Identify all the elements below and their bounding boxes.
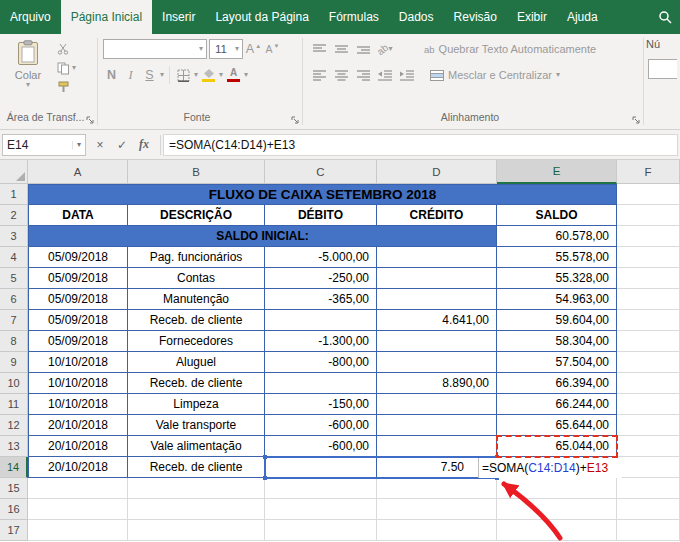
cell[interactable]	[265, 478, 377, 499]
cell-desc[interactable]: Limpeza	[128, 394, 265, 415]
decrease-font-size-button[interactable]: A▼	[264, 39, 281, 59]
cell-desc[interactable]: Pag. funcionários	[128, 247, 265, 268]
column-header-e-selected[interactable]: E	[497, 160, 617, 184]
name-box-dropdown-icon[interactable]: ▾	[72, 141, 81, 149]
align-right-button[interactable]	[352, 65, 374, 85]
cell-date[interactable]: 05/09/2018	[28, 310, 128, 331]
cell[interactable]	[497, 499, 617, 520]
cell[interactable]	[617, 331, 680, 352]
tab-revisao[interactable]: Revisão	[444, 0, 507, 34]
paste-button[interactable]: Colar ▾	[5, 38, 51, 108]
cell[interactable]	[377, 520, 497, 541]
cell[interactable]	[617, 268, 680, 289]
cell[interactable]	[497, 478, 617, 499]
cell-debit[interactable]	[265, 373, 377, 394]
cell[interactable]	[617, 310, 680, 331]
merge-center-button[interactable]: Mesclar e Centralizar ▾	[430, 69, 560, 81]
cell-credit[interactable]	[377, 289, 497, 310]
row-header-14-selected[interactable]: 14	[0, 457, 28, 478]
select-all-button[interactable]	[0, 160, 28, 184]
cell[interactable]	[617, 247, 680, 268]
cell[interactable]	[617, 205, 680, 226]
copy-button[interactable]: ▾	[57, 60, 76, 76]
copy-dropdown-icon[interactable]: ▾	[72, 64, 76, 72]
increase-indent-button[interactable]	[396, 65, 418, 85]
cut-button[interactable]	[57, 41, 76, 57]
cell[interactable]	[617, 394, 680, 415]
row-header-2[interactable]: 2	[0, 205, 28, 226]
cell-debit[interactable]: -150,00	[265, 394, 377, 415]
cell-desc[interactable]: Vale transporte	[128, 415, 265, 436]
cell-credit[interactable]	[377, 394, 497, 415]
cancel-entry-button[interactable]: ×	[90, 135, 110, 155]
cell[interactable]	[617, 520, 680, 541]
cell[interactable]	[265, 499, 377, 520]
row-header-15[interactable]: 15	[0, 478, 28, 499]
cell[interactable]	[28, 499, 128, 520]
underline-dropdown-icon[interactable]: ▾	[160, 71, 164, 79]
fill-color-button[interactable]	[200, 65, 217, 85]
cell-saldo-e13[interactable]: 65.044,00	[497, 436, 617, 457]
fill-color-dropdown-icon[interactable]: ▾	[219, 71, 223, 79]
row-header-10[interactable]: 10	[0, 373, 28, 394]
borders-button[interactable]	[175, 65, 192, 85]
cell-debit[interactable]: -5.000,00	[265, 247, 377, 268]
tab-exibir[interactable]: Exibir	[507, 0, 557, 34]
cell-desc[interactable]: Fornecedores	[128, 331, 265, 352]
header-cell-data[interactable]: DATA	[28, 205, 128, 226]
cell[interactable]	[617, 499, 680, 520]
tab-ajuda[interactable]: Ajuda	[557, 0, 608, 34]
decrease-indent-button[interactable]	[374, 65, 396, 85]
cell-debit[interactable]: -1.300,00	[265, 331, 377, 352]
cell-desc[interactable]: Contas	[128, 268, 265, 289]
cell[interactable]	[377, 478, 497, 499]
cell-debit[interactable]	[265, 310, 377, 331]
cell-debit[interactable]: -365,00	[265, 289, 377, 310]
sheet-title-cell[interactable]: FLUXO DE CAIXA SETEMBRO 2018	[28, 184, 617, 205]
cell-credit[interactable]	[377, 268, 497, 289]
font-color-dropdown-icon[interactable]: ▾	[244, 71, 248, 79]
row-header-5[interactable]: 5	[0, 268, 28, 289]
insert-function-button[interactable]: fx	[134, 135, 154, 155]
cell-editor-e14[interactable]: =SOMA(C14:D14)+E13	[478, 458, 622, 478]
tab-pagina-inicial[interactable]: Página Inicial	[61, 0, 152, 34]
cell[interactable]	[377, 499, 497, 520]
row-header-16[interactable]: 16	[0, 499, 28, 520]
cell-credit[interactable]	[377, 352, 497, 373]
underline-button[interactable]: S	[141, 65, 158, 85]
italic-button[interactable]: I	[122, 65, 139, 85]
row-header-11[interactable]: 11	[0, 394, 28, 415]
cell-credit[interactable]	[377, 247, 497, 268]
cell-saldo[interactable]: 57.504,00	[497, 352, 617, 373]
alignment-dialog-launcher[interactable]	[632, 116, 641, 125]
cell-desc[interactable]: Receb. de cliente	[128, 373, 265, 394]
cell[interactable]	[617, 478, 680, 499]
row-header-1[interactable]: 1	[0, 184, 28, 205]
paste-dropdown-icon[interactable]: ▾	[26, 81, 30, 89]
cell-debit[interactable]: -800,00	[265, 352, 377, 373]
cell-saldo[interactable]: 66.244,00	[497, 394, 617, 415]
align-top-button[interactable]	[308, 39, 330, 59]
row-header-9[interactable]: 9	[0, 352, 28, 373]
column-header-a[interactable]: A	[28, 160, 128, 184]
cell-credit[interactable]	[377, 331, 497, 352]
cell-saldo[interactable]: 65.644,00	[497, 415, 617, 436]
cell[interactable]	[497, 520, 617, 541]
font-dialog-launcher[interactable]	[291, 116, 300, 125]
cell-date[interactable]: 10/10/2018	[28, 352, 128, 373]
align-center-button[interactable]	[330, 65, 352, 85]
row-header-7[interactable]: 7	[0, 310, 28, 331]
column-header-f[interactable]: F	[617, 160, 680, 184]
align-bottom-button[interactable]	[352, 39, 374, 59]
wrap-text-button[interactable]: ab Quebrar Texto Automaticamente	[424, 43, 596, 55]
cell-date[interactable]: 20/10/2018	[28, 436, 128, 457]
tab-dados[interactable]: Dados	[389, 0, 444, 34]
search-button[interactable]	[650, 0, 680, 34]
cell-date[interactable]: 10/10/2018	[28, 373, 128, 394]
cell-desc[interactable]: Receb. de cliente	[128, 310, 265, 331]
cell-date[interactable]: 05/09/2018	[28, 289, 128, 310]
cell-saldo[interactable]: 66.394,00	[497, 373, 617, 394]
cell-saldo[interactable]: 58.304,00	[497, 331, 617, 352]
font-size-select[interactable]: 11 ▾	[209, 39, 243, 59]
cell-saldo[interactable]: 59.604,00	[497, 310, 617, 331]
